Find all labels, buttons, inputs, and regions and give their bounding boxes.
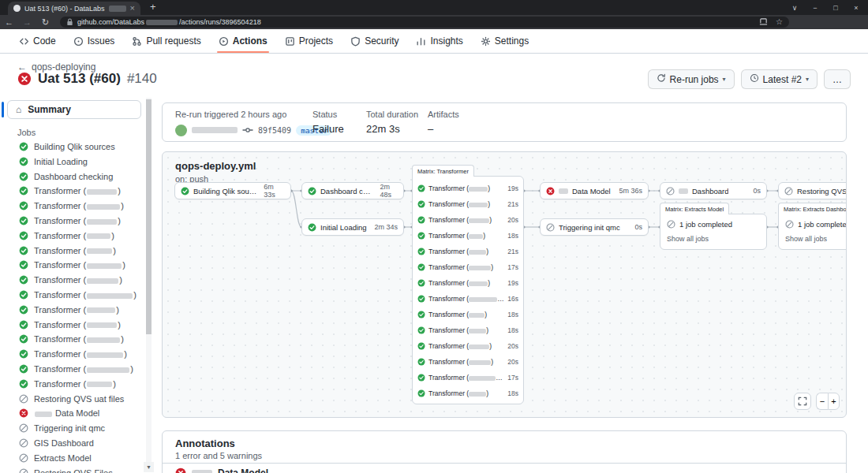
job-duration: 18s bbox=[507, 311, 518, 318]
show-all-jobs-link[interactable]: Show all jobs bbox=[667, 235, 709, 243]
status-skipped-icon bbox=[19, 468, 28, 473]
graph-node-building-qlik-sources[interactable]: Building Qlik sources6m 33s bbox=[174, 182, 291, 199]
minimize-icon[interactable]: − bbox=[805, 4, 825, 12]
matrix-job-transformer[interactable]: Transformer ()20s bbox=[417, 355, 518, 369]
trigger-info: Re-run triggered 2 hours ago bbox=[175, 110, 286, 119]
zoom-in-button[interactable]: + bbox=[828, 393, 840, 410]
graph-node-initial-loading[interactable]: Initial Loading2m 34s bbox=[301, 218, 404, 236]
matrix-transformer-tab[interactable]: Matrix: Transformer bbox=[412, 165, 474, 177]
matrix-job-transformer[interactable]: Transformer ()18s bbox=[417, 307, 518, 322]
matrix-extracts-model-group[interactable]: 1 job completed Show all jobs bbox=[660, 214, 767, 250]
annotation-item[interactable]: Data Model bbox=[175, 467, 268, 473]
matrix-job-transformer[interactable]: Transformer ()19s bbox=[417, 181, 518, 196]
run-actions: Re-run jobs ▾ Latest #2 ▾ … bbox=[648, 69, 851, 89]
sidebar-job-transformer[interactable]: Transformer () bbox=[19, 244, 116, 257]
sidebar-job-dashboard-checking[interactable]: Dashboard checking bbox=[19, 170, 113, 183]
tab-projects[interactable]: Projects bbox=[277, 29, 341, 53]
tab-actions[interactable]: Actions bbox=[211, 29, 275, 53]
sidebar-job-transformer[interactable]: Transformer () bbox=[19, 363, 133, 375]
tab-search-chevron-icon[interactable]: ∨ bbox=[784, 4, 805, 12]
tab-insights[interactable]: Insights bbox=[408, 29, 470, 53]
tab-close-icon[interactable]: × bbox=[130, 4, 135, 13]
status-skipped-icon bbox=[546, 223, 555, 232]
fullscreen-button[interactable] bbox=[794, 393, 811, 410]
back-icon[interactable]: ← bbox=[0, 15, 18, 29]
address-bar[interactable]: github.com/DataLabs/actions/runs/3896504… bbox=[60, 17, 789, 28]
matrix-job-transformer[interactable]: Transformer (…17s bbox=[417, 371, 518, 385]
scrollbar-down-icon[interactable]: ▼ bbox=[144, 462, 154, 472]
sidebar-job-transformer[interactable]: Transformer () bbox=[19, 229, 114, 242]
sidebar-job-transformer[interactable]: Transformer () bbox=[19, 214, 121, 227]
sidebar-job-transformer[interactable]: Transformer () bbox=[19, 333, 124, 345]
tab-issues[interactable]: Issues bbox=[65, 29, 123, 53]
sidebar-job-initial-loading[interactable]: Initial Loading bbox=[19, 155, 88, 168]
status-skipped-icon bbox=[19, 438, 28, 448]
sidebar-job-building-qlik-sources[interactable]: Building Qlik sources bbox=[19, 140, 115, 153]
artifacts-value: – bbox=[428, 123, 459, 135]
job-label: Transformer () bbox=[34, 290, 137, 300]
sidebar-job-gis-dashboard[interactable]: GIS Dashboard bbox=[19, 437, 94, 449]
tab-pull-requests[interactable]: Pull requests bbox=[124, 29, 208, 53]
matrix-job-transformer[interactable]: Transformer ()18s bbox=[417, 386, 518, 400]
show-all-jobs-link[interactable]: Show all jobs bbox=[785, 235, 827, 243]
rerun-jobs-button[interactable]: Re-run jobs ▾ bbox=[648, 69, 735, 89]
tab-security[interactable]: Security bbox=[342, 29, 406, 53]
sidebar-job-transformer[interactable]: Transformer () bbox=[19, 184, 121, 197]
matrix-job-transformer[interactable]: Transformer ()19s bbox=[417, 276, 518, 290]
matrix-job-transformer[interactable]: Transformer ()20s bbox=[417, 213, 518, 227]
graph-node-restoring-qvs-files[interactable]: Restoring QVS files bbox=[778, 182, 847, 199]
sidebar-job-transformer[interactable]: Transformer () bbox=[19, 378, 116, 390]
job-label: Transformer () bbox=[428, 311, 487, 318]
tab-settings[interactable]: Settings bbox=[473, 29, 537, 53]
sidebar-job-extracts-model[interactable]: Extracts Model bbox=[19, 452, 92, 464]
forward-icon[interactable]: → bbox=[18, 15, 36, 29]
window-close-icon[interactable]: × bbox=[846, 4, 866, 12]
site-favicon-icon bbox=[13, 5, 21, 12]
matrix-job-transformer[interactable]: Transformer ()20s bbox=[417, 339, 518, 353]
graph-node-data-model[interactable]: Data Model5m 36s bbox=[540, 182, 649, 199]
scrollbar-thumb[interactable] bbox=[146, 99, 152, 334]
matrix-job-transformer[interactable]: Transformer ()21s bbox=[417, 244, 518, 259]
sidebar-job-transformer[interactable]: Transformer () bbox=[19, 304, 119, 316]
graph-node-triggering-init-qmc[interactable]: Triggering init qmc0s bbox=[540, 218, 649, 236]
sidebar-scrollbar[interactable] bbox=[146, 98, 152, 468]
sidebar-job-transformer[interactable]: Transformer () bbox=[19, 348, 127, 360]
matrix-job-transformer[interactable]: Transformer (…16s bbox=[417, 292, 518, 306]
matrix-job-transformer[interactable]: Transformer ()18s bbox=[417, 229, 518, 243]
matrix-job-transformer[interactable]: Transformer ()17s bbox=[417, 260, 518, 274]
sidebar-job-triggering-init-qmc[interactable]: Triggering init qmc bbox=[19, 422, 105, 434]
reload-icon[interactable]: ↻ bbox=[36, 15, 54, 29]
maximize-icon[interactable]: □ bbox=[825, 4, 846, 12]
sidebar-summary-item[interactable]: ⌂ Summary bbox=[7, 100, 141, 119]
latest-run-button[interactable]: Latest #2 ▾ bbox=[741, 69, 817, 89]
share-icon[interactable] bbox=[759, 15, 768, 29]
sidebar-job-data-model[interactable]: Data Model bbox=[19, 407, 99, 419]
sidebar-job-restoring-qvs-uat-files[interactable]: Restoring QVS uat files bbox=[19, 393, 124, 405]
sidebar-job-transformer[interactable]: Transformer () bbox=[19, 274, 122, 286]
matrix-extracts-dashboard-tab[interactable]: Matrix: Extracts Dashboard bbox=[778, 203, 847, 214]
matrix-extracts-dashboard-group[interactable]: 1 job completed Show all jobs bbox=[778, 214, 847, 250]
matrix-job-transformer[interactable]: Transformer ()18s bbox=[417, 323, 518, 337]
actor-avatar[interactable] bbox=[175, 125, 187, 136]
browser-tab[interactable]: Uat 513 (#60) - DataLabs × bbox=[8, 2, 140, 15]
graph-node-dashboard-checking[interactable]: Dashboard checking2m 48s bbox=[301, 182, 404, 199]
sync-icon bbox=[657, 73, 666, 85]
status-failure-icon bbox=[19, 408, 28, 418]
commit-sha-link[interactable]: 89f5409 bbox=[258, 126, 291, 135]
sidebar-job-transformer[interactable]: Transformer () bbox=[19, 259, 125, 271]
projects-icon bbox=[285, 36, 295, 47]
graph-node-dashboard[interactable]: Dashboard0s bbox=[660, 182, 767, 199]
bookmark-star-icon[interactable]: ☆ bbox=[776, 18, 783, 26]
zoom-out-button[interactable]: − bbox=[816, 393, 828, 410]
kebab-menu-button[interactable]: … bbox=[824, 69, 851, 89]
new-tab-button[interactable]: + bbox=[150, 1, 156, 13]
tab-code[interactable]: Code bbox=[11, 29, 64, 53]
matrix-extracts-model-tab[interactable]: Matrix: Extracts Model bbox=[660, 203, 729, 214]
sidebar-job-transformer[interactable]: Transformer () bbox=[19, 199, 124, 212]
sidebar-job-transformer[interactable]: Transformer () bbox=[19, 289, 137, 301]
url-text: github.com/DataLabs/actions/runs/3896504… bbox=[77, 18, 261, 26]
status-success-icon bbox=[417, 200, 425, 208]
matrix-job-transformer[interactable]: Transformer ()21s bbox=[417, 197, 518, 211]
sidebar-job-transformer[interactable]: Transformer () bbox=[19, 318, 121, 331]
sidebar-job-restoring-qvs-files[interactable]: Restoring QVS Files bbox=[19, 467, 113, 473]
